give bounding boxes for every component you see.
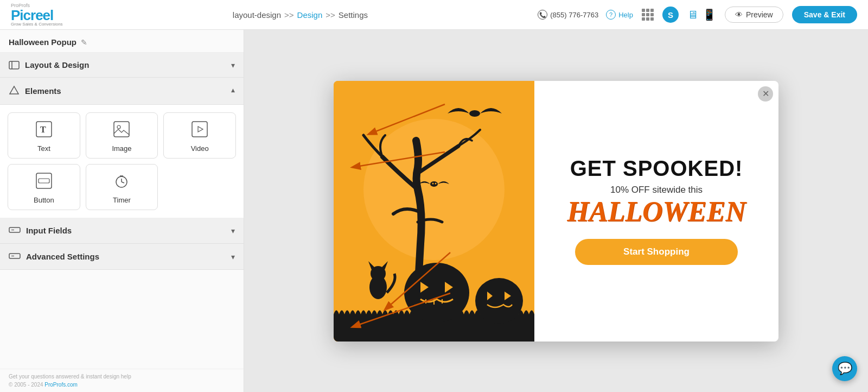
help-label: Help	[618, 11, 633, 19]
layout-design-chevron: ▾	[231, 61, 235, 69]
layout-design-icon	[9, 61, 20, 69]
section-elements-label: Elements	[25, 86, 61, 96]
svg-line-13	[122, 182, 124, 183]
svg-point-21	[363, 119, 505, 260]
avatar[interactable]: S	[662, 7, 679, 23]
breadcrumb-settings[interactable]: Settings	[339, 10, 368, 20]
svg-rect-0	[9, 61, 19, 69]
svg-point-6	[117, 125, 120, 129]
chat-bubble[interactable]: 💬	[832, 356, 857, 381]
popup-headline: GET SPOOKED!	[570, 157, 743, 179]
advanced-settings-icon	[9, 251, 21, 262]
sidebar: Halloween Popup ✎ Layout & Design ▾	[0, 30, 244, 392]
breadcrumb-sep2: >>	[326, 10, 335, 20]
breadcrumb-design[interactable]: Design	[297, 10, 323, 20]
element-image[interactable]: Image	[86, 112, 158, 159]
phone-number: (855) 776-7763	[550, 11, 598, 19]
logo-tagline: Grow Sales & Conversions	[11, 22, 63, 27]
element-video-icon	[191, 121, 208, 141]
svg-point-22	[469, 110, 480, 117]
footer-help-text: Get your questions answered & instant de…	[9, 374, 235, 380]
elements-icon	[9, 85, 20, 97]
preview-eye-icon: 👁	[735, 10, 743, 19]
save-exit-button[interactable]: Save & Exit	[792, 6, 857, 23]
help-icon: ?	[606, 10, 616, 20]
element-timer-icon	[113, 172, 130, 193]
element-timer-label: Timer	[113, 196, 131, 204]
popup-image-side	[334, 81, 534, 342]
svg-rect-5	[114, 122, 129, 137]
element-text-label: Text	[37, 144, 50, 153]
advanced-settings-chevron: ▾	[231, 252, 235, 261]
popup-name: Halloween Popup	[9, 37, 76, 47]
phone-item[interactable]: 📞 (855) 776-7763	[538, 10, 598, 20]
preview-button[interactable]: 👁 Preview	[725, 7, 783, 23]
input-fields-icon	[9, 225, 21, 236]
section-advanced-settings[interactable]: Advanced Settings ▾	[0, 244, 244, 270]
popup-subtext: 10% OFF sitewide this	[610, 185, 703, 195]
popup-cta-button[interactable]: Start Shopping	[575, 239, 738, 265]
svg-marker-8	[198, 127, 203, 132]
element-button-icon	[35, 172, 53, 193]
svg-rect-7	[192, 122, 207, 137]
popup-preview: ✕	[334, 81, 778, 342]
preview-area: ✕	[244, 30, 868, 392]
popup-content-side: GET SPOOKED! 10% OFF sitewide this HALLO…	[534, 81, 778, 342]
logo-picreel: Picreel	[11, 8, 63, 22]
breadcrumb: layout-design >> Design >> Settings	[233, 10, 368, 20]
mobile-icon[interactable]: 📱	[703, 8, 716, 21]
element-button-label: Button	[34, 196, 54, 204]
footer-link[interactable]: ProProfs.com	[44, 382, 78, 388]
device-icons: 🖥 📱	[687, 8, 716, 21]
svg-rect-32	[434, 271, 439, 279]
svg-rect-18	[9, 254, 20, 258]
section-layout-design-label: Layout & Design	[25, 60, 89, 69]
svg-rect-10	[39, 179, 49, 183]
element-button[interactable]: Button	[8, 164, 80, 210]
elements-grid: T Text Image	[0, 105, 244, 218]
breadcrumb-sep1: >>	[284, 10, 294, 20]
section-input-fields-label: Input Fields	[26, 226, 72, 235]
section-input-fields[interactable]: Input Fields ▾	[0, 218, 244, 244]
sidebar-footer: Get your questions answered & instant de…	[0, 369, 244, 392]
help-item[interactable]: ? Help	[606, 10, 633, 20]
phone-icon: 📞	[538, 10, 547, 20]
svg-point-23	[430, 181, 438, 187]
element-text[interactable]: T Text	[8, 112, 80, 159]
popup-halloween-text: HALLOWEEN	[567, 198, 745, 226]
apps-grid-icon[interactable]	[642, 9, 654, 21]
section-advanced-settings-label: Advanced Settings	[26, 252, 99, 261]
phone-help-area: 📞 (855) 776-7763 ? Help	[538, 10, 633, 20]
input-fields-chevron: ▾	[231, 226, 235, 235]
element-image-icon	[113, 121, 130, 141]
popup-close-button[interactable]: ✕	[758, 86, 773, 102]
footer-copyright: © 2005 - 2024	[9, 382, 44, 388]
elements-chevron: ▾	[231, 87, 235, 96]
svg-rect-39	[497, 283, 501, 289]
element-text-icon: T	[35, 121, 53, 141]
sidebar-title-row: Halloween Popup ✎	[0, 30, 244, 53]
section-elements[interactable]: Elements ▾	[0, 78, 244, 105]
edit-popup-name-icon[interactable]: ✎	[81, 38, 87, 47]
svg-marker-2	[10, 86, 18, 94]
svg-text:T: T	[40, 125, 46, 134]
chat-bubble-icon: 💬	[838, 362, 852, 376]
topbar: ProProfs Picreel Grow Sales & Conversion…	[0, 0, 868, 30]
element-timer[interactable]: Timer	[86, 164, 158, 210]
svg-point-24	[432, 182, 434, 184]
logo: ProProfs Picreel Grow Sales & Conversion…	[11, 3, 63, 27]
element-video-label: Video	[191, 144, 209, 153]
topbar-right: 📞 (855) 776-7763 ? Help S 🖥 📱 👁 Preview …	[538, 6, 857, 23]
desktop-icon[interactable]: 🖥	[687, 9, 698, 21]
preview-label: Preview	[746, 10, 773, 19]
svg-point-25	[435, 182, 437, 184]
main-layout: Halloween Popup ✎ Layout & Design ▾	[0, 30, 868, 392]
section-layout-design[interactable]: Layout & Design ▾	[0, 53, 244, 78]
breadcrumb-campaign[interactable]: layout-design	[233, 10, 281, 20]
svg-rect-16	[9, 227, 20, 232]
element-image-label: Image	[112, 144, 131, 153]
element-video[interactable]: Video	[163, 112, 236, 159]
